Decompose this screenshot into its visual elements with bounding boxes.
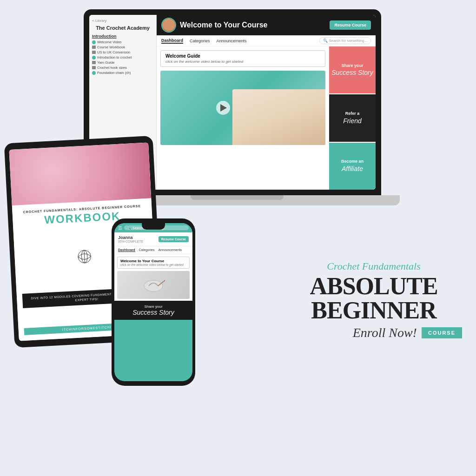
sidebar-item-conversion[interactable]: US to UK Conversion [92, 50, 153, 54]
sidebar-item-hooks[interactable]: Crochet hook sizes [92, 66, 153, 70]
welcome-guide-box: Welcome Guide click on the welcome video… [160, 50, 325, 67]
sidebar-item-yarn[interactable]: Yarn Guide [92, 60, 153, 65]
phone-device: ☰ 🔍 Search for something... Joanna 95% C… [112, 218, 195, 386]
avatar-image [162, 19, 175, 32]
become-affiliate-label: Become anAffiliate [341, 159, 364, 173]
promo-text-section: Crochet Fundamentals Absolute Beginner E… [285, 260, 462, 340]
welcome-guide-subtitle: click on the welcome video below to get … [165, 60, 320, 64]
phone-welcome-box: Welcome to Your Course click on the welc… [117, 257, 190, 269]
phone-content: Joanna 95% COMPLETE Resume Course Dashbo… [114, 232, 192, 320]
promo-badge-row: Enroll Now! COURSE [285, 325, 462, 340]
phone-share-panel: Share your Success Story [114, 301, 192, 320]
yarn-circle-svg [73, 247, 97, 267]
svg-point-3 [144, 280, 163, 291]
play-icon [220, 104, 227, 112]
become-affiliate-panel[interactable]: Become anAffiliate [329, 143, 376, 190]
nav-dashboard[interactable]: Dashboard [161, 38, 183, 44]
phone-video-thumb[interactable] [117, 271, 190, 299]
laptop-navigation: Dashboard Categories Announcements 🔍 Sea… [157, 35, 376, 46]
phone-frame: ☰ 🔍 Search for something... Joanna 95% C… [112, 218, 195, 386]
hands-image-overlay [232, 89, 325, 145]
library-back-link[interactable]: < Library [92, 19, 153, 23]
resume-course-button[interactable]: Resume Course [330, 20, 371, 30]
laptop-left-panel: Welcome Guide click on the welcome video… [157, 46, 329, 190]
phone-hands-image [117, 271, 190, 299]
rect-icon [92, 46, 96, 49]
play-button[interactable] [216, 101, 230, 115]
search-bar[interactable]: 🔍 Search for something... [319, 37, 371, 44]
course-badge: COURSE [422, 327, 462, 338]
menu-icon[interactable]: ☰ [118, 225, 122, 231]
phone-notch [142, 223, 165, 230]
phone-nav-categories[interactable]: Categories [139, 248, 155, 252]
welcome-title: Welcome to Your Course [180, 21, 326, 29]
rect-icon [92, 61, 96, 64]
phone-nav-dashboard[interactable]: Dashboard [118, 248, 135, 252]
yarn-background [9, 142, 151, 205]
video-thumbnail[interactable] [160, 71, 325, 145]
enroll-label: Enroll Now! [353, 325, 417, 340]
phone-welcome-title: Welcome to Your Course [120, 259, 186, 263]
phone-user-bar: Joanna 95% COMPLETE Resume Course [114, 232, 192, 246]
laptop-body: Welcome Guide click on the welcome video… [157, 46, 376, 190]
share-success-label: Share yourSuccess Story [331, 63, 373, 77]
welcome-guide-title: Welcome Guide [165, 53, 320, 59]
promo-main-title: Absolute Beginner [285, 274, 462, 323]
academy-title: The Crochet Academy [92, 25, 153, 31]
phone-share-label: Share your [116, 304, 191, 309]
phone-progress: 95% COMPLETE [118, 240, 143, 243]
tablet-top-image [9, 142, 151, 205]
share-success-panel[interactable]: Share yourSuccess Story [329, 46, 376, 93]
sidebar-item-foundation[interactable]: Foundation chain (ch) [92, 71, 153, 75]
refer-friend-panel[interactable]: Refer aFriend [329, 94, 376, 141]
laptop-main-content: Welcome to Your Course Resume Course Das… [157, 15, 376, 190]
phone-nav-announcements[interactable]: Announcements [158, 248, 182, 252]
rect-icon [92, 66, 96, 69]
sidebar-item-workbook[interactable]: Course Workbook [92, 45, 153, 49]
phone-screen: ☰ 🔍 Search for something... Joanna 95% C… [114, 223, 192, 381]
phone-sub-navigation: Dashboard Categories Announcements [114, 246, 192, 254]
dot-icon [92, 71, 96, 75]
crochet-icon [139, 276, 167, 294]
avatar [161, 18, 176, 33]
dot-icon [92, 40, 96, 44]
phone-resume-button[interactable]: Resume Course [159, 236, 189, 242]
phone-success-story-text: Success Story [116, 309, 191, 316]
phone-user-info: Joanna 95% COMPLETE [118, 235, 143, 243]
promo-script-title: Crochet Fundamentals [285, 260, 462, 272]
phone-username: Joanna [118, 235, 143, 240]
laptop-header: Welcome to Your Course Resume Course [157, 15, 376, 35]
svg-line-2 [84, 250, 85, 263]
rect-icon [92, 51, 96, 54]
phone-welcome-subtitle: click on the welcome video below to get … [120, 263, 186, 266]
nav-categories[interactable]: Categories [190, 39, 210, 43]
sidebar-item-intro[interactable]: Introduction to crochet [92, 55, 153, 60]
dot-icon [92, 56, 96, 60]
nav-announcements[interactable]: Announcements [217, 39, 247, 43]
refer-friend-label: Refer aFriend [343, 111, 362, 125]
sidebar-item-welcome-video[interactable]: Welcome Video [92, 40, 153, 44]
sidebar-section-label: Introduction [92, 34, 153, 39]
laptop-right-panels: Share yourSuccess Story Refer aFriend Be… [329, 46, 376, 190]
